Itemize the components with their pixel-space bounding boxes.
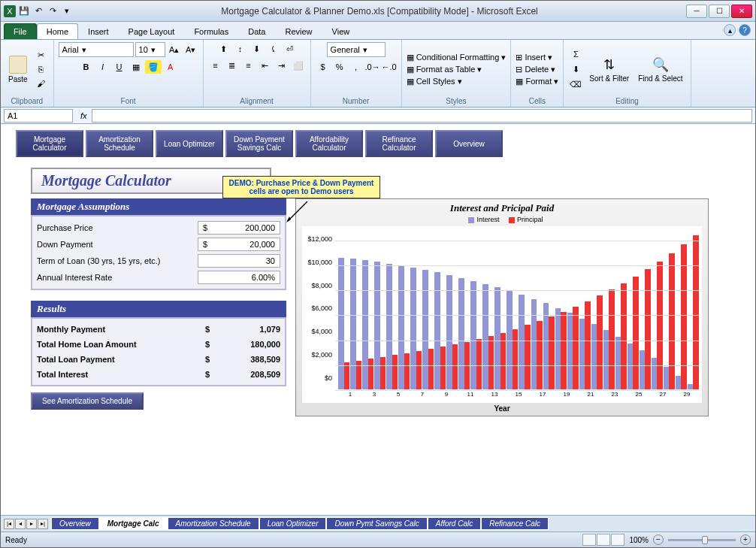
close-button[interactable]: ✕ [731,5,752,18]
assumption-input[interactable]: 6.00% [198,271,280,284]
align-middle-icon[interactable]: ↕ [233,42,248,56]
currency-icon[interactable]: $ [316,60,331,74]
bar-interest [470,281,476,389]
tab-nav-first-icon[interactable]: |◂ [4,519,14,529]
view-layout-icon[interactable] [597,534,610,546]
group-styles: Styles [407,96,507,105]
tab-formulas[interactable]: Formulas [184,23,238,39]
fill-color-button[interactable]: 🪣 [145,60,162,74]
tab-nav-prev-icon[interactable]: ◂ [15,519,26,529]
format-painter-icon[interactable]: 🖌 [34,77,49,90]
shrink-font-icon[interactable]: A▾ [183,43,198,56]
redo-icon[interactable]: ↷ [47,5,59,17]
clear-icon[interactable]: ⌫ [568,77,583,91]
sheet-tab[interactable]: Afford Calc [428,517,481,530]
font-name-combo[interactable]: Arial▾ [59,42,134,57]
conditional-formatting-button[interactable]: ▦ Conditional Formatting ▾ [407,53,507,62]
formula-input[interactable] [92,109,752,123]
wrap-text-icon[interactable]: ⏎ [283,42,298,56]
undo-icon[interactable]: ↶ [32,5,44,17]
nav-button[interactable]: Affordability Calculator [295,130,363,157]
cut-icon[interactable]: ✂ [34,48,49,62]
bold-button[interactable]: B [79,60,94,74]
tab-home[interactable]: Home [37,23,78,39]
orientation-icon[interactable]: ⤹ [266,42,281,56]
tab-nav-next-icon[interactable]: ▸ [26,519,37,529]
underline-button[interactable]: U [112,60,127,74]
x-tick-label: 23 [603,391,627,403]
see-amortization-button[interactable]: See Amortization Schedule [31,392,144,410]
align-bottom-icon[interactable]: ⬇ [249,42,265,56]
align-right-icon[interactable]: ≡ [241,59,256,72]
sheet-tab[interactable]: Mortgage Calc [99,517,168,530]
zoom-out-button[interactable]: − [653,534,664,545]
sheet-tab[interactable]: Amortization Schedule [168,517,259,530]
results-panel: Monthly Payment$1,079Total Home Loan Amo… [31,317,286,386]
align-top-icon[interactable]: ⬆ [216,42,231,56]
decrease-decimal-icon[interactable]: ←.0 [382,60,397,74]
bar-principal [537,321,543,389]
bar-principal [621,283,627,389]
sheet-tab[interactable]: Refinance Calc [481,517,549,530]
tab-data[interactable]: Data [238,23,275,39]
tab-review[interactable]: Review [275,23,322,39]
nav-button[interactable]: Amortization Schedule [86,130,153,157]
delete-cells-button[interactable]: ⊟ Delete ▾ [516,65,558,74]
font-color-button[interactable]: A [163,60,178,74]
sheet-tab[interactable]: Loan Optimizer [259,517,327,530]
zoom-slider[interactable] [668,539,736,541]
sort-filter-button[interactable]: ⇅Sort & Filter [586,55,632,84]
merge-button[interactable]: ⬜ [291,59,306,72]
zoom-in-button[interactable]: + [740,534,751,545]
tab-insert[interactable]: Insert [78,23,119,39]
worksheet[interactable]: Mortgage CalculatorAmortization Schedule… [1,124,755,515]
autosum-icon[interactable]: Σ [568,47,583,61]
align-left-icon[interactable]: ≡ [208,59,223,72]
view-pagebreak-icon[interactable] [611,534,624,546]
save-icon[interactable]: 💾 [18,5,30,17]
find-select-button[interactable]: 🔍Find & Select [635,55,685,84]
font-size-combo[interactable]: 10▾ [135,42,165,57]
nav-button[interactable]: Loan Optimizer [156,130,223,157]
format-cells-button[interactable]: ▦ Format ▾ [516,77,558,86]
percent-icon[interactable]: % [332,60,347,74]
tab-view[interactable]: View [322,23,360,39]
indent-increase-icon[interactable]: ⇥ [274,59,289,72]
assumption-input[interactable]: 30 [198,254,280,268]
minimize-ribbon-icon[interactable]: ▴ [724,24,736,36]
nav-button[interactable]: Overview [435,130,503,157]
bar-interest [482,284,488,389]
italic-button[interactable]: I [95,60,110,74]
fill-icon[interactable]: ⬇ [568,62,583,76]
copy-icon[interactable]: ⎘ [34,62,49,76]
tab-file[interactable]: File [4,23,37,39]
name-box[interactable]: A1 [4,109,73,123]
sheet-tab[interactable]: Overview [51,517,99,530]
align-center-icon[interactable]: ≣ [225,59,240,72]
qat-dropdown-icon[interactable]: ▾ [61,5,73,17]
cell-styles-button[interactable]: ▦ Cell Styles ▾ [407,77,507,86]
number-format-combo[interactable]: General▾ [327,42,386,57]
nav-button[interactable]: Mortgage Calculator [16,130,83,157]
nav-button[interactable]: Down Payment Savings Calc [225,130,293,157]
help-icon[interactable]: ? [739,24,751,36]
increase-decimal-icon[interactable]: .0→ [365,60,380,74]
indent-decrease-icon[interactable]: ⇤ [258,59,273,72]
grow-font-icon[interactable]: A▴ [167,43,182,56]
nav-button[interactable]: Refinance Calculator [365,130,433,157]
sheet-tab[interactable]: Down Pymt Savings Calc [326,517,427,530]
comma-icon[interactable]: , [349,60,364,74]
paste-button[interactable]: Paste [5,54,31,85]
assumption-input[interactable]: $20,000 [198,238,280,251]
insert-cells-button[interactable]: ⊞ Insert ▾ [516,53,558,62]
bar-interest [338,258,344,389]
border-button[interactable]: ▦ [129,60,144,74]
tab-nav-last-icon[interactable]: ▸| [38,519,48,529]
format-as-table-button[interactable]: ▦ Format as Table ▾ [407,65,507,74]
fx-icon[interactable]: fx [76,111,92,120]
minimize-button[interactable]: ─ [686,5,707,18]
maximize-button[interactable]: ☐ [709,5,730,18]
view-normal-icon[interactable] [582,534,596,546]
assumption-input[interactable]: $200,000 [198,221,280,235]
tab-page-layout[interactable]: Page Layout [119,23,185,39]
